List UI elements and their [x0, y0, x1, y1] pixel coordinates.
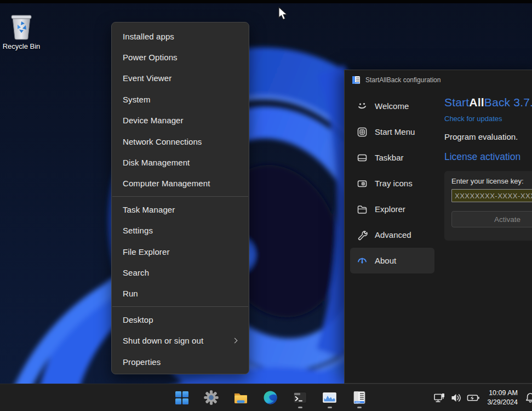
- submenu-chevron-icon: [232, 338, 238, 344]
- mouse-cursor: [278, 7, 289, 22]
- sidebar-item-label: About: [375, 256, 396, 265]
- license-key-input[interactable]: [451, 189, 532, 202]
- sidebar-item-label: Start Menu: [375, 127, 415, 136]
- menu-item-shut-down-or-sign-out[interactable]: Shut down or sign out: [112, 330, 249, 351]
- sidebar-item-start-menu[interactable]: Start Menu: [350, 119, 434, 145]
- license-activation-heading: License activation: [444, 151, 532, 163]
- sidebar-item-advanced[interactable]: Advanced: [350, 222, 434, 248]
- sidebar-item-about[interactable]: About: [350, 248, 434, 273]
- menu-item-task-manager[interactable]: Task Manager: [112, 199, 249, 220]
- window-title: StartAllBack configuration: [365, 76, 441, 84]
- clock-time: 10:09 AM: [487, 389, 518, 397]
- taskbar-panel-icon: [357, 152, 368, 163]
- smiley-icon: [357, 101, 368, 112]
- menu-item-event-viewer[interactable]: Event Viewer: [112, 68, 249, 89]
- start-grid-icon: [357, 127, 368, 138]
- notification-center-button[interactable]: [524, 387, 532, 409]
- sidebar-item-explorer[interactable]: Explorer: [350, 196, 434, 222]
- window-titlebar[interactable]: StartAllBack configuration: [345, 70, 532, 90]
- menu-item-settings[interactable]: Settings: [112, 220, 249, 241]
- volume-tray-button[interactable]: [450, 387, 463, 409]
- menu-item-desktop[interactable]: Desktop: [112, 309, 249, 330]
- sidebar-item-label: Advanced: [375, 230, 411, 239]
- startallback-taskbar-icon: [352, 391, 367, 405]
- sidebar-item-label: Explorer: [375, 204, 405, 214]
- app-title-back-version: Back 3.7.7: [484, 96, 532, 109]
- menu-item-label: Settings: [123, 226, 153, 235]
- sidebar-item-welcome[interactable]: Welcome: [350, 93, 434, 119]
- menu-item-network-connections[interactable]: Network Connections: [112, 131, 249, 152]
- menu-item-disk-management[interactable]: Disk Management: [112, 152, 249, 173]
- recycle-bin-icon: [9, 13, 33, 41]
- menu-item-label: Network Connections: [123, 137, 202, 146]
- winx-context-menu: Installed apps Power Options Event Viewe…: [111, 22, 249, 374]
- network-icon: [433, 392, 445, 404]
- activate-button[interactable]: Activate: [451, 211, 532, 227]
- taskbar: 10:09 AM 3/29/2024: [0, 384, 532, 411]
- edge-browser-icon: [263, 390, 278, 405]
- startallback-button[interactable]: [348, 387, 370, 409]
- startallback-app-icon: [352, 76, 361, 84]
- menu-item-properties[interactable]: Properties: [112, 351, 249, 372]
- license-key-label: Enter your license key:: [451, 177, 532, 185]
- menu-item-computer-management[interactable]: Computer Management: [112, 173, 249, 194]
- menu-item-label: System: [123, 95, 151, 104]
- menu-separator: [112, 306, 248, 307]
- battery-tray-button[interactable]: [467, 387, 480, 409]
- sidebar-item-taskbar[interactable]: Taskbar: [350, 145, 434, 170]
- folder-explorer-icon: [233, 390, 248, 405]
- gear-icon: [204, 390, 219, 405]
- menu-item-label: Properties: [123, 357, 161, 367]
- menu-item-installed-apps[interactable]: Installed apps: [112, 26, 249, 47]
- startallback-window: StartAllBack configuration Welcome Start…: [344, 70, 532, 384]
- sidebar-item-label: Welcome: [375, 101, 409, 111]
- clock-date: 3/29/2024: [487, 398, 518, 407]
- window-sidebar: Welcome Start Menu Taskbar: [350, 93, 434, 273]
- menu-item-power-options[interactable]: Power Options: [112, 47, 249, 67]
- menu-item-label: Run: [123, 289, 138, 298]
- sidebar-item-tray-icons[interactable]: Tray icons: [350, 170, 434, 196]
- terminal-button[interactable]: [289, 387, 311, 409]
- about-panel: StartAllBack 3.7.7 Check for updates Pro…: [444, 92, 532, 241]
- taskbar-center-buttons: [171, 384, 370, 411]
- check-for-updates-link[interactable]: Check for updates: [444, 115, 532, 123]
- edge-button[interactable]: [260, 387, 282, 409]
- network-tray-button[interactable]: [433, 387, 446, 409]
- menu-item-label: Task Manager: [123, 205, 175, 214]
- menu-item-label: Disk Management: [123, 158, 190, 167]
- sidebar-item-label: Tray icons: [375, 179, 413, 188]
- menu-item-system[interactable]: System: [112, 89, 249, 110]
- terminal-icon: [293, 390, 307, 405]
- wrench-icon: [357, 230, 368, 241]
- menu-item-label: Computer Management: [123, 179, 210, 188]
- screen-top-strip: [0, 0, 532, 3]
- folder-icon: [357, 204, 368, 215]
- license-card: Enter your license key: Activate: [444, 171, 532, 241]
- start-button[interactable]: [171, 387, 193, 409]
- menu-item-label: Event Viewer: [123, 73, 171, 83]
- settings-button[interactable]: [201, 387, 222, 409]
- menu-item-label: Search: [123, 268, 149, 277]
- file-explorer-button[interactable]: [230, 387, 252, 409]
- menu-item-run[interactable]: Run: [112, 283, 249, 304]
- gauge-icon: [357, 255, 368, 266]
- menu-item-file-explorer[interactable]: File Explorer: [112, 241, 249, 262]
- battery-charging-icon: [467, 392, 480, 404]
- app-title-all: All: [469, 96, 484, 109]
- menu-separator: [112, 196, 248, 197]
- menu-item-device-manager[interactable]: Device Manager: [112, 110, 249, 131]
- desktop: Recycle Bin Installed apps Power Options…: [0, 0, 532, 411]
- task-manager-button[interactable]: [319, 387, 341, 409]
- menu-item-search[interactable]: Search: [112, 262, 249, 283]
- task-manager-icon: [322, 390, 337, 405]
- windows-start-icon: [175, 391, 189, 405]
- menu-item-label: Shut down or sign out: [123, 336, 203, 345]
- sidebar-item-label: Taskbar: [375, 153, 404, 162]
- volume-icon: [450, 392, 462, 404]
- menu-item-label: Installed apps: [123, 32, 174, 41]
- taskbar-clock[interactable]: 10:09 AM 3/29/2024: [487, 389, 518, 407]
- notification-bell-icon: [524, 392, 532, 404]
- tray-panel-icon: [357, 178, 368, 189]
- recycle-bin-shortcut[interactable]: Recycle Bin: [2, 13, 41, 50]
- recycle-bin-label: Recycle Bin: [2, 42, 41, 50]
